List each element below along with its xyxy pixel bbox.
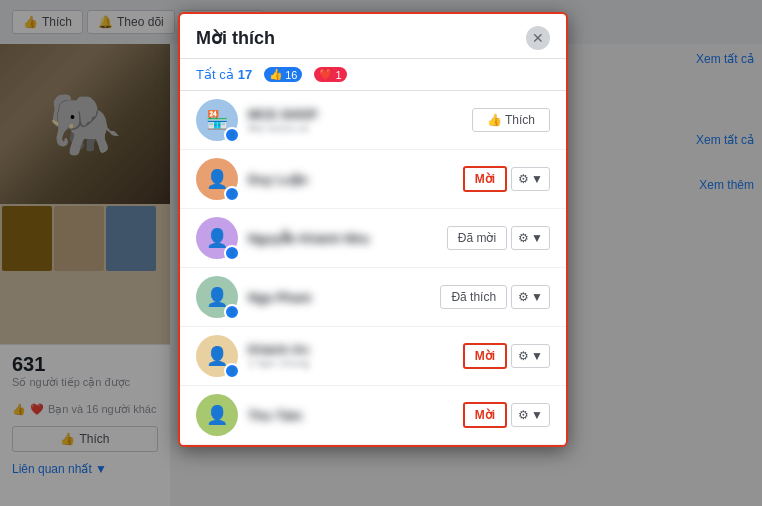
friend-indicator: 👤 xyxy=(224,363,240,379)
person-info: Thu Tâm xyxy=(248,408,463,423)
list-item: 👤 👤 Nguyễn Khánh Nhu Đã mời ⚙ ▼ xyxy=(180,209,566,268)
modal-header: Mời thích ✕ xyxy=(180,14,566,59)
person-name: Nguyễn Khánh Nhu xyxy=(248,231,447,246)
like-action-button[interactable]: 👍 Thích xyxy=(472,108,550,132)
person-sub: like.xxxxx.xx xyxy=(248,122,472,134)
modal-close-button[interactable]: ✕ xyxy=(526,26,550,50)
person-actions: Đã thích ⚙ ▼ xyxy=(440,285,550,309)
person-name: Khánh An xyxy=(248,342,463,357)
tab-like[interactable]: 👍 16 xyxy=(264,67,302,82)
person-info: Nga Pham xyxy=(248,290,440,305)
friend-indicator: 👤 xyxy=(224,304,240,320)
modal-tabs: Tất cả 17 👍 16 ❤️ 1 xyxy=(180,59,566,91)
chevron-down-icon: ▼ xyxy=(531,408,543,422)
person-name: Duy Luận xyxy=(248,172,463,187)
gear-button[interactable]: ⚙ ▼ xyxy=(511,226,550,250)
avatar-image: 👤 xyxy=(196,394,238,436)
person-name: Nga Pham xyxy=(248,290,440,305)
chevron-down-icon: ▼ xyxy=(531,172,543,186)
invited-button[interactable]: Đã mời xyxy=(447,226,507,250)
person-actions: Mời ⚙ ▼ xyxy=(463,343,550,369)
love-tab-count: 1 xyxy=(335,69,341,81)
tab-all[interactable]: Tất cả 17 xyxy=(196,67,252,82)
list-item: 👤 👤 Khánh An 1 bạn chung Mời ⚙ ▼ xyxy=(180,327,566,386)
invite-button[interactable]: Mời xyxy=(463,166,507,192)
person-sub: 1 bạn chung xyxy=(248,357,463,370)
tab-all-label: Tất cả xyxy=(196,67,234,82)
chevron-down-icon: ▼ xyxy=(531,231,543,245)
tab-all-count: 17 xyxy=(238,67,252,82)
modal-title: Mời thích xyxy=(196,27,275,49)
avatar: 👤 👤 xyxy=(196,217,238,259)
person-name: Thu Tâm xyxy=(248,408,463,423)
gear-button[interactable]: ⚙ ▼ xyxy=(511,167,550,191)
list-item: 👤 👤 Nga Pham Đã thích ⚙ ▼ xyxy=(180,268,566,327)
gear-button[interactable]: ⚙ ▼ xyxy=(511,285,550,309)
gear-icon: ⚙ xyxy=(518,290,529,304)
avatar: 👤 👤 xyxy=(196,276,238,318)
person-actions: Đã mời ⚙ ▼ xyxy=(447,226,550,250)
person-actions: Mời ⚙ ▼ xyxy=(463,166,550,192)
friend-indicator: 👤 xyxy=(224,245,240,261)
list-item: 👤 👤 Duy Luận Mời ⚙ ▼ xyxy=(180,150,566,209)
person-info: Khánh An 1 bạn chung xyxy=(248,342,463,370)
person-info: Nguyễn Khánh Nhu xyxy=(248,231,447,246)
gear-icon: ⚙ xyxy=(518,408,529,422)
avatar: 👤 xyxy=(196,394,238,436)
invite-likes-modal: Mời thích ✕ Tất cả 17 👍 16 ❤️ 1 🏪 👤 MCE … xyxy=(178,12,568,447)
gear-button[interactable]: ⚙ ▼ xyxy=(511,403,550,427)
invite-button[interactable]: Mời xyxy=(463,343,507,369)
avatar: 👤 👤 xyxy=(196,158,238,200)
person-info: MCE SHOP like.xxxxx.xx xyxy=(248,107,472,134)
tab-love[interactable]: ❤️ 1 xyxy=(314,67,346,82)
person-actions: 👍 Thích xyxy=(472,108,550,132)
gear-icon: ⚙ xyxy=(518,231,529,245)
chevron-down-icon: ▼ xyxy=(531,349,543,363)
friend-indicator: 👤 xyxy=(224,127,240,143)
avatar: 🏪 👤 xyxy=(196,99,238,141)
chevron-down-icon: ▼ xyxy=(531,290,543,304)
person-name: MCE SHOP xyxy=(248,107,472,122)
avatar: 👤 👤 xyxy=(196,335,238,377)
list-item: 🏪 👤 MCE SHOP like.xxxxx.xx 👍 Thích xyxy=(180,91,566,150)
like-action-label: Thích xyxy=(505,113,535,127)
like-tab-icon: 👍 xyxy=(269,68,283,81)
love-tab-icon: ❤️ xyxy=(319,68,333,81)
like-tab-count: 16 xyxy=(285,69,297,81)
gear-icon: ⚙ xyxy=(518,349,529,363)
list-item: 👤 Thu Tâm Mời ⚙ ▼ xyxy=(180,386,566,445)
gear-icon: ⚙ xyxy=(518,172,529,186)
gear-button[interactable]: ⚙ ▼ xyxy=(511,344,550,368)
person-info: Duy Luận xyxy=(248,172,463,187)
person-actions: Mời ⚙ ▼ xyxy=(463,402,550,428)
thumbs-icon: 👍 xyxy=(487,113,505,127)
modal-people-list: 🏪 👤 MCE SHOP like.xxxxx.xx 👍 Thích 👤 👤 xyxy=(180,91,566,445)
friend-indicator: 👤 xyxy=(224,186,240,202)
liked-status-button[interactable]: Đã thích xyxy=(440,285,507,309)
invite-button[interactable]: Mời xyxy=(463,402,507,428)
